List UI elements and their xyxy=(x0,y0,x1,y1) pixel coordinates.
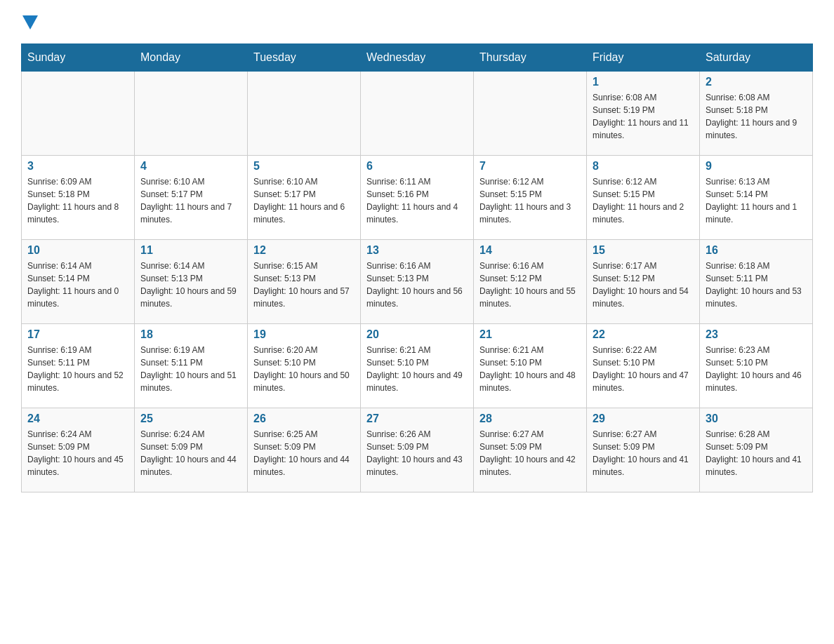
day-number: 28 xyxy=(479,412,581,425)
day-info: Sunrise: 6:13 AM Sunset: 5:14 PM Dayligh… xyxy=(706,175,807,226)
day-info: Sunrise: 6:10 AM Sunset: 5:17 PM Dayligh… xyxy=(140,175,241,226)
day-info: Sunrise: 6:19 AM Sunset: 5:11 PM Dayligh… xyxy=(27,344,128,394)
day-info: Sunrise: 6:16 AM Sunset: 5:13 PM Dayligh… xyxy=(366,260,468,310)
logo xyxy=(21,14,38,29)
day-number: 27 xyxy=(366,412,468,425)
day-number: 22 xyxy=(593,328,694,341)
calendar-cell: 29Sunrise: 6:27 AM Sunset: 5:09 PM Dayli… xyxy=(587,408,700,492)
day-number: 17 xyxy=(27,328,128,341)
day-number: 6 xyxy=(366,160,468,173)
weekday-header-row: SundayMondayTuesdayWednesdayThursdayFrid… xyxy=(22,44,813,72)
calendar-cell xyxy=(248,72,361,156)
calendar-week-4: 17Sunrise: 6:19 AM Sunset: 5:11 PM Dayli… xyxy=(22,324,813,408)
day-number: 9 xyxy=(706,160,807,173)
day-number: 3 xyxy=(27,160,128,173)
calendar-cell: 26Sunrise: 6:25 AM Sunset: 5:09 PM Dayli… xyxy=(248,408,361,492)
day-info: Sunrise: 6:24 AM Sunset: 5:09 PM Dayligh… xyxy=(140,428,241,478)
day-number: 4 xyxy=(140,160,241,173)
day-info: Sunrise: 6:10 AM Sunset: 5:17 PM Dayligh… xyxy=(253,175,355,226)
calendar-cell: 8Sunrise: 6:12 AM Sunset: 5:15 PM Daylig… xyxy=(587,156,700,240)
day-info: Sunrise: 6:22 AM Sunset: 5:10 PM Dayligh… xyxy=(593,344,694,394)
day-number: 25 xyxy=(140,412,241,425)
calendar-cell: 23Sunrise: 6:23 AM Sunset: 5:10 PM Dayli… xyxy=(700,324,813,408)
day-number: 16 xyxy=(706,244,807,257)
calendar-week-2: 3Sunrise: 6:09 AM Sunset: 5:18 PM Daylig… xyxy=(22,156,813,240)
calendar-cell: 18Sunrise: 6:19 AM Sunset: 5:11 PM Dayli… xyxy=(135,324,248,408)
svg-marker-0 xyxy=(22,15,38,29)
day-info: Sunrise: 6:27 AM Sunset: 5:09 PM Dayligh… xyxy=(593,428,694,478)
day-number: 15 xyxy=(593,244,694,257)
calendar-cell: 17Sunrise: 6:19 AM Sunset: 5:11 PM Dayli… xyxy=(22,324,135,408)
day-info: Sunrise: 6:21 AM Sunset: 5:10 PM Dayligh… xyxy=(479,344,581,394)
calendar-cell xyxy=(474,72,587,156)
calendar-week-3: 10Sunrise: 6:14 AM Sunset: 5:14 PM Dayli… xyxy=(22,240,813,324)
day-info: Sunrise: 6:11 AM Sunset: 5:16 PM Dayligh… xyxy=(366,175,468,226)
calendar-cell: 5Sunrise: 6:10 AM Sunset: 5:17 PM Daylig… xyxy=(248,156,361,240)
weekday-header-thursday: Thursday xyxy=(474,44,587,72)
calendar-cell xyxy=(361,72,474,156)
calendar-cell: 4Sunrise: 6:10 AM Sunset: 5:17 PM Daylig… xyxy=(135,156,248,240)
calendar-cell: 16Sunrise: 6:18 AM Sunset: 5:11 PM Dayli… xyxy=(700,240,813,324)
day-info: Sunrise: 6:17 AM Sunset: 5:12 PM Dayligh… xyxy=(593,260,694,310)
calendar-body: 1Sunrise: 6:08 AM Sunset: 5:19 PM Daylig… xyxy=(22,72,813,492)
day-info: Sunrise: 6:08 AM Sunset: 5:18 PM Dayligh… xyxy=(706,91,807,142)
calendar-table: SundayMondayTuesdayWednesdayThursdayFrid… xyxy=(21,43,813,492)
day-info: Sunrise: 6:19 AM Sunset: 5:11 PM Dayligh… xyxy=(140,344,241,394)
day-number: 23 xyxy=(706,328,807,341)
day-info: Sunrise: 6:20 AM Sunset: 5:10 PM Dayligh… xyxy=(253,344,355,394)
day-info: Sunrise: 6:18 AM Sunset: 5:11 PM Dayligh… xyxy=(706,260,807,310)
day-info: Sunrise: 6:15 AM Sunset: 5:13 PM Dayligh… xyxy=(253,260,355,310)
day-info: Sunrise: 6:12 AM Sunset: 5:15 PM Dayligh… xyxy=(479,175,581,226)
calendar-week-1: 1Sunrise: 6:08 AM Sunset: 5:19 PM Daylig… xyxy=(22,72,813,156)
weekday-header-monday: Monday xyxy=(135,44,248,72)
day-number: 8 xyxy=(593,160,694,173)
page-header xyxy=(21,14,813,29)
day-number: 13 xyxy=(366,244,468,257)
day-number: 30 xyxy=(706,412,807,425)
day-number: 18 xyxy=(140,328,241,341)
calendar-cell xyxy=(22,72,135,156)
day-info: Sunrise: 6:14 AM Sunset: 5:14 PM Dayligh… xyxy=(27,260,128,310)
calendar-cell: 20Sunrise: 6:21 AM Sunset: 5:10 PM Dayli… xyxy=(361,324,474,408)
calendar-header: SundayMondayTuesdayWednesdayThursdayFrid… xyxy=(22,44,813,72)
calendar-cell: 3Sunrise: 6:09 AM Sunset: 5:18 PM Daylig… xyxy=(22,156,135,240)
day-info: Sunrise: 6:09 AM Sunset: 5:18 PM Dayligh… xyxy=(27,175,128,226)
day-number: 11 xyxy=(140,244,241,257)
day-number: 2 xyxy=(706,76,807,88)
day-info: Sunrise: 6:24 AM Sunset: 5:09 PM Dayligh… xyxy=(27,428,128,478)
calendar-cell: 13Sunrise: 6:16 AM Sunset: 5:13 PM Dayli… xyxy=(361,240,474,324)
day-number: 19 xyxy=(253,328,355,341)
day-info: Sunrise: 6:25 AM Sunset: 5:09 PM Dayligh… xyxy=(253,428,355,478)
calendar-cell: 9Sunrise: 6:13 AM Sunset: 5:14 PM Daylig… xyxy=(700,156,813,240)
day-number: 14 xyxy=(479,244,581,257)
calendar-cell: 28Sunrise: 6:27 AM Sunset: 5:09 PM Dayli… xyxy=(474,408,587,492)
calendar-week-5: 24Sunrise: 6:24 AM Sunset: 5:09 PM Dayli… xyxy=(22,408,813,492)
day-info: Sunrise: 6:23 AM Sunset: 5:10 PM Dayligh… xyxy=(706,344,807,394)
weekday-header-saturday: Saturday xyxy=(700,44,813,72)
logo-triangle-icon xyxy=(22,15,38,29)
weekday-header-wednesday: Wednesday xyxy=(361,44,474,72)
day-info: Sunrise: 6:26 AM Sunset: 5:09 PM Dayligh… xyxy=(366,428,468,478)
day-number: 21 xyxy=(479,328,581,341)
day-number: 12 xyxy=(253,244,355,257)
day-number: 29 xyxy=(593,412,694,425)
calendar-cell: 19Sunrise: 6:20 AM Sunset: 5:10 PM Dayli… xyxy=(248,324,361,408)
calendar-cell: 30Sunrise: 6:28 AM Sunset: 5:09 PM Dayli… xyxy=(700,408,813,492)
calendar-cell: 2Sunrise: 6:08 AM Sunset: 5:18 PM Daylig… xyxy=(700,72,813,156)
calendar-cell: 6Sunrise: 6:11 AM Sunset: 5:16 PM Daylig… xyxy=(361,156,474,240)
day-info: Sunrise: 6:16 AM Sunset: 5:12 PM Dayligh… xyxy=(479,260,581,310)
calendar-cell: 14Sunrise: 6:16 AM Sunset: 5:12 PM Dayli… xyxy=(474,240,587,324)
weekday-header-sunday: Sunday xyxy=(22,44,135,72)
day-info: Sunrise: 6:14 AM Sunset: 5:13 PM Dayligh… xyxy=(140,260,241,310)
day-info: Sunrise: 6:28 AM Sunset: 5:09 PM Dayligh… xyxy=(706,428,807,478)
day-info: Sunrise: 6:27 AM Sunset: 5:09 PM Dayligh… xyxy=(479,428,581,478)
weekday-header-tuesday: Tuesday xyxy=(248,44,361,72)
calendar-cell: 22Sunrise: 6:22 AM Sunset: 5:10 PM Dayli… xyxy=(587,324,700,408)
day-number: 20 xyxy=(366,328,468,341)
day-number: 7 xyxy=(479,160,581,173)
day-info: Sunrise: 6:12 AM Sunset: 5:15 PM Dayligh… xyxy=(593,175,694,226)
day-number: 10 xyxy=(27,244,128,257)
calendar-cell: 24Sunrise: 6:24 AM Sunset: 5:09 PM Dayli… xyxy=(22,408,135,492)
calendar-cell: 25Sunrise: 6:24 AM Sunset: 5:09 PM Dayli… xyxy=(135,408,248,492)
day-info: Sunrise: 6:21 AM Sunset: 5:10 PM Dayligh… xyxy=(366,344,468,394)
